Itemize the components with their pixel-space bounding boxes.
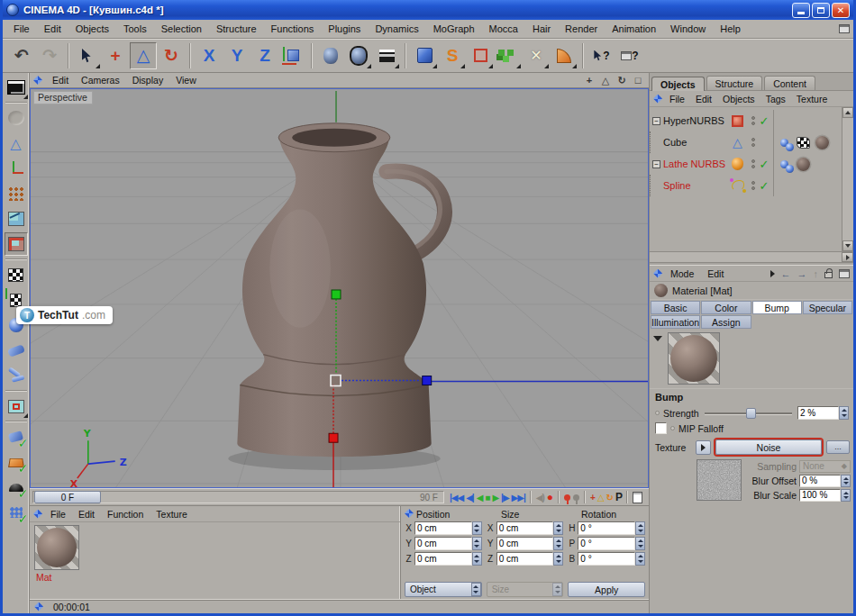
gizmo-z-handle[interactable] — [423, 376, 432, 385]
close-button[interactable]: ✕ — [832, 3, 850, 18]
disabled-tool-button[interactable] — [5, 106, 28, 130]
gizmo-y-handle[interactable] — [332, 290, 341, 299]
tree-row-spline[interactable]: Spline ✓ — [650, 175, 842, 196]
strength-input[interactable] — [797, 406, 839, 420]
render-settings-button[interactable] — [373, 42, 400, 69]
object-axis-mode-button[interactable] — [5, 157, 28, 180]
object-tree-vertical-scrollbar[interactable] — [842, 107, 853, 251]
material-name[interactable]: Mat — [34, 571, 79, 584]
add-primitive-menu[interactable] — [411, 42, 438, 69]
strength-slider[interactable] — [705, 408, 792, 419]
noise-texture-button[interactable]: Noise — [715, 439, 822, 455]
stepper[interactable] — [841, 489, 851, 502]
preview-dropdown-icon[interactable] — [653, 336, 662, 341]
menu-window[interactable]: Window — [663, 22, 713, 36]
animation-mode-button[interactable] — [5, 339, 28, 362]
animation-dot[interactable] — [670, 426, 675, 430]
lock-icon[interactable] — [824, 272, 833, 278]
size-y-input[interactable] — [496, 537, 554, 550]
ik-mode-button[interactable] — [5, 364, 28, 387]
render-view-button[interactable] — [317, 42, 344, 69]
rotation-b-input[interactable] — [578, 552, 635, 566]
panel-icon[interactable] — [653, 95, 662, 104]
goto-end-button[interactable]: ▶▶| — [512, 493, 525, 503]
blur-scale-input[interactable] — [799, 489, 841, 502]
object-name[interactable]: Lathe NURBS — [660, 159, 728, 169]
rotation-p-input[interactable] — [578, 537, 635, 550]
sound-toggle-icon[interactable]: ◀) — [536, 493, 544, 503]
panel-icon[interactable] — [653, 269, 662, 278]
expand-toggle[interactable]: − — [652, 117, 660, 125]
viewport-menu-edit[interactable]: Edit — [47, 74, 74, 86]
add-generators-menu[interactable] — [467, 42, 494, 69]
stop-button[interactable]: ■ — [485, 493, 489, 503]
points-mode-button[interactable] — [5, 182, 28, 205]
blur-offset-input[interactable] — [799, 475, 841, 487]
add-deformers-menu[interactable]: ✕ — [523, 42, 550, 69]
mode-dropdown[interactable]: Object — [405, 582, 482, 597]
slider-thumb[interactable] — [746, 408, 756, 419]
record-position-toggle[interactable]: + — [590, 493, 595, 503]
material-item[interactable]: Mat — [34, 525, 400, 584]
om-menu-tags[interactable]: Tags — [761, 93, 792, 105]
dropdown-stepper[interactable] — [471, 583, 481, 596]
redo-button[interactable]: ↷ — [36, 42, 63, 69]
am-menu-mode[interactable]: Mode — [665, 267, 702, 280]
tab-objects[interactable]: Objects — [651, 77, 705, 91]
gizmo-x-handle[interactable] — [329, 433, 338, 442]
rotation-h-input[interactable] — [578, 521, 635, 535]
material-tag[interactable] — [796, 157, 811, 172]
history-forward-icon[interactable]: → — [797, 268, 807, 279]
enable-toggle[interactable]: ✓ — [758, 179, 770, 193]
material-preview[interactable] — [668, 332, 720, 385]
material-tag[interactable] — [815, 135, 830, 150]
viewport-rotate-icon[interactable]: ↻ — [615, 75, 629, 86]
om-menu-edit[interactable]: Edit — [691, 93, 718, 105]
stepper[interactable] — [841, 475, 851, 487]
animation-dot[interactable] — [655, 411, 660, 415]
menu-functions[interactable]: Functions — [264, 22, 322, 36]
move-tool[interactable]: + — [102, 42, 129, 69]
lock-y-axis-button[interactable]: Y — [223, 42, 250, 69]
record-parameter-toggle[interactable]: P — [615, 491, 622, 503]
menu-objects[interactable]: Objects — [68, 22, 116, 36]
tab-illumination[interactable]: Illumination — [651, 315, 700, 329]
model-mode-button[interactable]: △ — [5, 131, 28, 155]
tree-row-lathenurbs[interactable]: − Lathe NURBS ✓ — [650, 153, 842, 175]
render-active-view-button[interactable] — [345, 42, 372, 69]
expand-toggle[interactable]: − — [652, 160, 660, 168]
lock-x-axis-button[interactable]: X — [196, 42, 223, 69]
object-tree-horizontal-scrollbar[interactable] — [650, 251, 853, 262]
menu-edit[interactable]: Edit — [37, 22, 68, 36]
stepper[interactable] — [553, 537, 563, 550]
position-x-input[interactable] — [414, 521, 472, 535]
add-modeling-menu[interactable] — [495, 42, 522, 69]
window-layout-icon[interactable] — [839, 24, 850, 33]
autokey-icon[interactable] — [573, 494, 579, 501]
stepper[interactable] — [553, 552, 563, 566]
help-pointer-button[interactable]: ? — [588, 42, 615, 69]
current-frame-slider[interactable]: 0 F — [34, 491, 101, 503]
tab-bump[interactable]: Bump — [752, 301, 802, 314]
scroll-right-arrow[interactable] — [842, 252, 853, 262]
stepper[interactable] — [635, 552, 645, 566]
tab-assign[interactable]: Assign — [701, 315, 751, 329]
minimize-button[interactable] — [792, 3, 810, 18]
record-scale-toggle[interactable]: △ — [597, 493, 604, 503]
viewport-maximize-icon[interactable]: □ — [631, 75, 645, 86]
phong-tag[interactable] — [777, 157, 792, 172]
next-key-button[interactable]: |▶ — [501, 493, 509, 503]
stepper[interactable] — [553, 521, 563, 535]
viewport-menu-cameras[interactable]: Cameras — [76, 74, 125, 86]
record-rotation-toggle[interactable]: ↻ — [606, 493, 613, 503]
tab-basic[interactable]: Basic — [651, 301, 700, 314]
material-thumbnail[interactable] — [34, 525, 79, 570]
stepper[interactable] — [635, 521, 645, 535]
undo-button[interactable]: ↶ — [8, 42, 35, 69]
rotate-tool[interactable]: ↻ — [158, 42, 185, 69]
smoothing-tag[interactable] — [796, 135, 811, 150]
viewport-pan-icon[interactable]: + — [582, 75, 596, 86]
tab-color[interactable]: Color — [701, 301, 751, 314]
tab-specular[interactable]: Specular — [803, 301, 852, 314]
workplane-button[interactable]: ✓ — [5, 450, 28, 474]
